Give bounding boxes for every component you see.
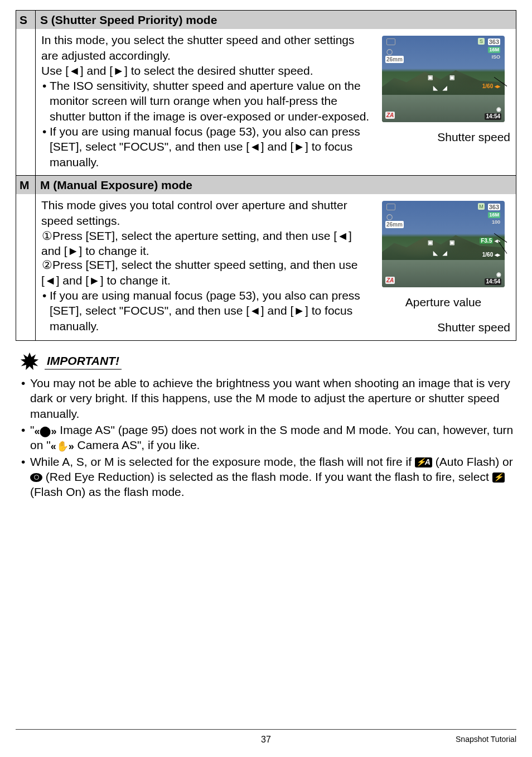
flash-on-icon: ⚡ bbox=[492, 472, 505, 483]
important-bullet-2: "«⬤» Image AS" (page 95) does not work i… bbox=[20, 422, 516, 453]
s-mode-lcd-shutter: 1/60 ◂▸ bbox=[482, 83, 500, 90]
red-eye-icon bbox=[30, 473, 42, 482]
mode-table: S S (Shutter Speed Priority) mode In thi… bbox=[16, 10, 516, 341]
m-mode-lcd-shutter: 1/60 ◂▸ bbox=[482, 251, 500, 258]
m-mode-step-2: ②Press [SET], select the shutter speed s… bbox=[41, 257, 370, 288]
m-mode-step-1: ①Press [SET], select the aperture settin… bbox=[41, 228, 370, 259]
m-mode-caption-1: Aperture value bbox=[405, 296, 482, 308]
right-arrow-icon: ► bbox=[89, 274, 100, 287]
important-bullet-1: You may not be able to achieve the brigh… bbox=[20, 375, 516, 421]
s-mode-lcd: 363 16M ISO S ◯ 26mm ▣ ▣ ◣ ◢ 1/60 ◂▸ ◉14… bbox=[382, 36, 505, 122]
s-mode-bullet-1: The ISO sensitivity, shutter speed and a… bbox=[41, 78, 370, 124]
s-mode-image-col: 363 16M ISO S ◯ 26mm ▣ ▣ ◣ ◢ 1/60 ◂▸ ◉14… bbox=[376, 32, 510, 170]
m-mode-text: This mode gives you total control over a… bbox=[41, 197, 370, 335]
m-mode-p1: This mode gives you total control over a… bbox=[41, 197, 370, 228]
left-arrow-icon: ◄ bbox=[337, 229, 349, 242]
right-arrow-icon: ► bbox=[67, 244, 79, 257]
important-bullets: You may not be able to achieve the brigh… bbox=[16, 375, 516, 499]
s-mode-p1: In this mode, you select the shutter spe… bbox=[41, 32, 370, 63]
s-mode-p2: Use [◄] and [►] to select the desired sh… bbox=[41, 63, 370, 78]
svg-marker-0 bbox=[21, 353, 38, 370]
s-mode-body: In this mode, you select the shutter spe… bbox=[16, 29, 516, 175]
section-title: Snapshot Tutorial bbox=[456, 734, 516, 744]
page-number: 37 bbox=[261, 735, 271, 744]
m-mode-letter: M bbox=[16, 176, 36, 194]
left-arrow-icon: ◄ bbox=[249, 304, 261, 317]
s-mode-bullet-2: If you are using manual focus (page 53),… bbox=[41, 124, 370, 170]
m-mode-lcd-aperture: F3.5 ◂▸ bbox=[480, 237, 500, 244]
s-mode-text: In this mode, you select the shutter spe… bbox=[41, 32, 370, 170]
important-heading: IMPORTANT! bbox=[16, 352, 516, 371]
important-bullet-3: While A, S, or M is selected for the exp… bbox=[20, 454, 516, 500]
burst-icon bbox=[20, 352, 39, 371]
important-label: IMPORTANT! bbox=[45, 353, 122, 370]
m-mode-bullet-1: If you are using manual focus (page 53),… bbox=[41, 288, 370, 334]
m-mode-caption-2: Shutter speed bbox=[437, 321, 510, 334]
page-footer: 37 Snapshot Tutorial bbox=[16, 729, 516, 746]
s-mode-lcd-letter: S bbox=[478, 38, 485, 45]
right-arrow-icon: ► bbox=[293, 140, 305, 153]
camera-as-icon: «✋» bbox=[51, 441, 74, 451]
m-mode-lcd-letter: M bbox=[478, 203, 485, 210]
left-arrow-icon: ◄ bbox=[69, 64, 80, 77]
s-mode-header: S S (Shutter Speed Priority) mode bbox=[16, 11, 516, 29]
s-mode-caption: Shutter speed bbox=[437, 131, 510, 143]
m-mode-body: This mode gives you total control over a… bbox=[16, 194, 516, 340]
s-mode-letter: S bbox=[16, 11, 36, 29]
left-arrow-icon: ◄ bbox=[249, 140, 261, 153]
image-as-icon: «⬤» bbox=[34, 426, 56, 436]
left-arrow-icon: ◄ bbox=[45, 274, 56, 287]
right-arrow-icon: ► bbox=[293, 304, 305, 317]
right-arrow-icon: ► bbox=[113, 64, 124, 77]
m-mode-title: M (Manual Exposure) mode bbox=[36, 176, 516, 194]
auto-flash-icon: ⚡A bbox=[415, 457, 432, 467]
m-mode-image-col: 363 16M 100 M ◯ 26mm ▣ ▣ ◣ ◢ F3.5 ◂▸ 1/6… bbox=[376, 197, 510, 335]
m-mode-header: M M (Manual Exposure) mode bbox=[16, 175, 516, 194]
s-mode-title: S (Shutter Speed Priority) mode bbox=[36, 11, 516, 29]
m-mode-lcd: 363 16M 100 M ◯ 26mm ▣ ▣ ◣ ◢ F3.5 ◂▸ 1/6… bbox=[382, 201, 505, 287]
